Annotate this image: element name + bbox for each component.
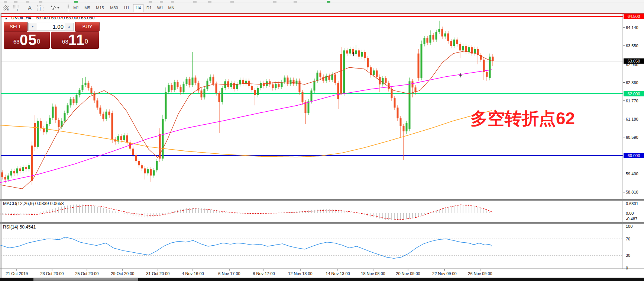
- time-axis-label: 14 Nov 13:00: [326, 271, 350, 276]
- rsi-value: 50.4541: [20, 224, 36, 230]
- time-axis-label: 23 Oct 20:00: [41, 271, 64, 276]
- price-chart-canvas: [0, 0, 644, 281]
- time-axis-label: 25 Oct 20:00: [75, 271, 99, 276]
- indicator-axis-label: 0.00: [626, 211, 634, 215]
- time-axis-label: 21 Oct 2019: [6, 271, 28, 276]
- indicator-axis-label: 0.6801: [626, 201, 638, 206]
- macd-label: MACD(12,26,9) 0.0339 0.0658: [3, 201, 64, 206]
- chart-text-annotation: 多空转折点62: [470, 107, 575, 130]
- price-badge-60.000: 60.000: [624, 153, 644, 158]
- indicator-axis-label: 30: [626, 253, 630, 258]
- time-axis-label: 26 Nov 09:00: [468, 271, 492, 276]
- price-badge-62.000: 62.000: [624, 91, 644, 96]
- rsi-label: RSI(14) 50.4541: [3, 224, 36, 230]
- price-axis-label: 60.590: [626, 135, 638, 140]
- time-axis-label: 8 Nov 17:00: [253, 271, 275, 276]
- time-axis-label: 18 Nov 08:00: [361, 271, 385, 276]
- macd-value-2: 0.0658: [50, 201, 64, 206]
- scrollbar-thumb[interactable]: [33, 278, 138, 281]
- price-axis-label: 63.550: [626, 44, 638, 48]
- price-axis-label: 62.360: [626, 80, 638, 85]
- price-axis-label: 61.770: [626, 99, 638, 103]
- time-axis-label: 22 Nov 09:00: [432, 271, 456, 276]
- price-axis-label: 61.180: [626, 117, 638, 121]
- price-badge-63.050: 63.050: [624, 58, 644, 64]
- time-axis-label: 29 Oct 20:00: [111, 271, 135, 276]
- time-axis-label: 6 Nov 17:00: [218, 271, 240, 276]
- price-badge-64.500: 64.500: [624, 14, 644, 19]
- price-axis-label: 64.140: [626, 25, 638, 30]
- time-axis-label: 12 Nov 13:00: [288, 271, 312, 276]
- price-axis-label: 58.810: [626, 190, 638, 194]
- time-axis-label: 31 Oct 20:00: [146, 271, 170, 276]
- time-axis-label: 20 Nov 09:00: [396, 271, 420, 276]
- time-axis-label: 4 Nov 16:00: [182, 271, 204, 276]
- indicator-axis-label: 100: [626, 224, 632, 229]
- price-axis-label: 59.400: [626, 172, 638, 176]
- indicator-axis-label: -0.487: [626, 217, 637, 221]
- indicator-axis-label: 70: [626, 237, 630, 241]
- horizontal-scrollbar[interactable]: [0, 278, 644, 281]
- indicator-axis-label: 0: [626, 266, 628, 270]
- macd-value-1: 0.0339: [35, 201, 49, 206]
